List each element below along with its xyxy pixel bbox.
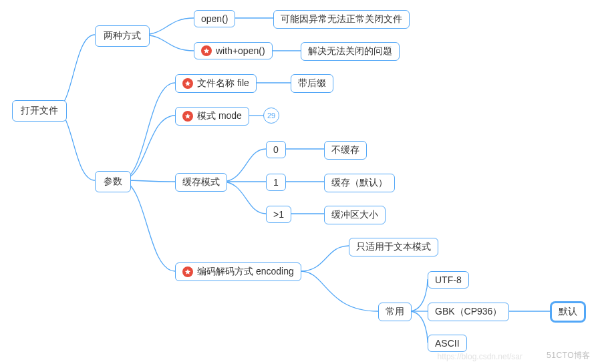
node-enc-gbk[interactable]: GBK（CP936） (428, 303, 509, 321)
node-label: open() (201, 13, 228, 24)
badge-mode-count[interactable]: 29 (263, 108, 279, 124)
node-b1[interactable]: 1 (266, 174, 286, 191)
star-icon (201, 45, 212, 56)
node-open[interactable]: open() (194, 10, 235, 27)
node-label: 1 (273, 177, 279, 188)
node-buffer[interactable]: 缓存模式 (175, 173, 227, 192)
node-enc-default[interactable]: 默认 (551, 303, 585, 321)
node-label: 两种方式 (104, 30, 141, 42)
node-label: with+open() (216, 45, 265, 56)
node-label: ASCII (435, 338, 460, 349)
node-label: 参数 (104, 176, 122, 188)
svg-marker-1 (185, 81, 190, 86)
star-icon (182, 111, 193, 122)
node-enc-ascii[interactable]: ASCII (428, 335, 467, 352)
node-label: UTF-8 (435, 275, 462, 285)
node-label: 模式 mode (197, 110, 242, 122)
node-enc-textonly[interactable]: 只适用于文本模式 (349, 238, 438, 256)
watermark-faint: https://blog.csdn.net/sar (438, 352, 523, 361)
node-label: 解决无法关闭的问题 (308, 45, 392, 57)
node-label: GBK（CP936） (435, 306, 502, 318)
node-label: 默认 (559, 306, 577, 318)
node-root[interactable]: 打开文件 (12, 100, 67, 122)
node-label: 缓存（默认） (331, 177, 388, 189)
node-b1-note[interactable]: 缓存（默认） (324, 174, 395, 192)
star-icon (182, 266, 193, 277)
node-label: 文件名称 file (197, 77, 249, 89)
node-label: 不缓存 (331, 144, 359, 156)
node-label: 编码解码方式 encoding (197, 266, 294, 278)
node-label: 可能因异常无法正常关闭文件 (281, 13, 402, 25)
node-filename-note[interactable]: 带后缀 (291, 74, 333, 93)
node-withopen[interactable]: with+open() (194, 42, 273, 59)
node-params[interactable]: 参数 (95, 171, 131, 192)
node-mode[interactable]: 模式 mode (175, 107, 249, 126)
node-label: 缓存模式 (182, 176, 220, 188)
node-label: 缓冲区大小 (331, 209, 378, 221)
node-withopen-note[interactable]: 解决无法关闭的问题 (301, 42, 400, 61)
node-enc-common[interactable]: 常用 (378, 303, 412, 321)
node-ways[interactable]: 两种方式 (95, 25, 150, 47)
node-open-note[interactable]: 可能因异常无法正常关闭文件 (273, 10, 410, 29)
node-label: 只适用于文本模式 (356, 241, 431, 253)
star-icon (182, 78, 193, 89)
svg-marker-2 (185, 114, 190, 119)
node-encoding[interactable]: 编码解码方式 encoding (175, 262, 301, 281)
svg-marker-0 (204, 48, 209, 53)
node-bgt1-note[interactable]: 缓冲区大小 (324, 206, 386, 224)
node-label: >1 (273, 209, 284, 220)
node-enc-utf8[interactable]: UTF-8 (428, 271, 469, 289)
node-label: 带后缀 (298, 77, 326, 89)
svg-marker-3 (185, 269, 190, 275)
node-b0-note[interactable]: 不缓存 (324, 141, 367, 160)
node-label: 打开文件 (21, 105, 58, 117)
node-label: 常用 (386, 306, 404, 318)
node-label: 0 (273, 144, 279, 155)
node-filename[interactable]: 文件名称 file (175, 74, 257, 93)
node-bgt1[interactable]: >1 (266, 206, 291, 223)
node-b0[interactable]: 0 (266, 141, 286, 158)
watermark-text: 51CTO博客 (547, 350, 591, 361)
